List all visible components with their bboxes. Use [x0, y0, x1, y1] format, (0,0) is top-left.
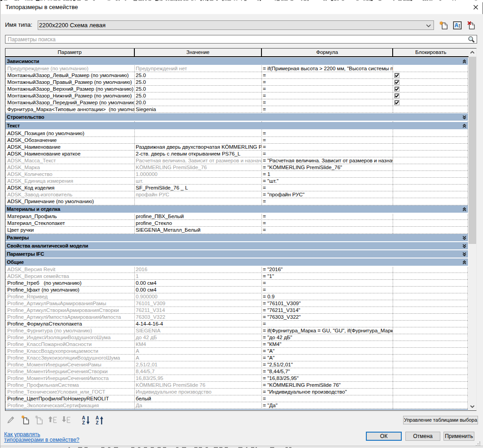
- svg-text:A: A: [95, 415, 99, 420]
- svg-text:Z: Z: [96, 420, 99, 425]
- svg-text:A: A: [82, 415, 85, 420]
- svg-text:A: A: [454, 22, 458, 29]
- svg-text:I: I: [458, 22, 460, 29]
- svg-text:Z: Z: [82, 420, 85, 425]
